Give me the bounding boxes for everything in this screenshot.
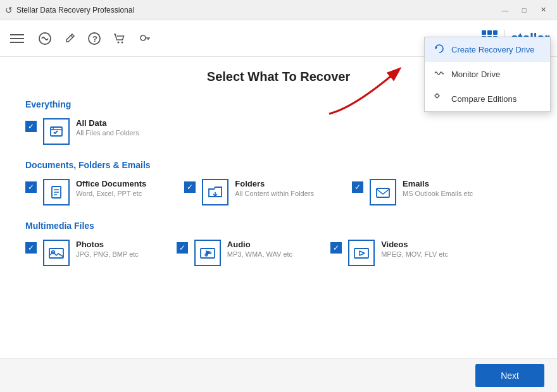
- app-title: Stellar Data Recovery Professional: [16, 6, 134, 15]
- option-office: ✓ Office Documents Word, Excel, PPT etc: [25, 179, 146, 205]
- option-folders: ✓ Folders All Content within Folders: [184, 179, 314, 205]
- minimize-button[interactable]: —: [496, 3, 514, 18]
- footer: Next: [0, 358, 557, 392]
- option-audio-label: Audio: [227, 240, 292, 249]
- dropdown-item-recovery-drive[interactable]: Create Recovery Drive: [425, 37, 550, 62]
- option-folders-label: Folders: [235, 179, 314, 188]
- option-photos-text: Photos JPG, PNG, BMP etc: [76, 240, 139, 258]
- checkbox-folders[interactable]: ✓: [184, 181, 196, 193]
- option-folders-text: Folders All Content within Folders: [235, 179, 314, 197]
- checkbox-office-box[interactable]: ✓: [25, 181, 37, 193]
- checkbox-office[interactable]: ✓: [25, 181, 37, 193]
- option-office-sublabel: Word, Excel, PPT etc: [76, 190, 146, 197]
- title-bar: ↺ Stellar Data Recovery Professional — □…: [0, 0, 557, 20]
- icon-videos: [348, 240, 375, 266]
- option-audio-text: Audio MP3, WMA, WAV etc: [227, 240, 292, 258]
- icon-emails: [370, 179, 396, 205]
- checkbox-audio[interactable]: ✓: [177, 242, 188, 254]
- checkbox-videos[interactable]: ✓: [330, 242, 342, 254]
- option-office-label: Office Documents: [76, 179, 146, 188]
- section-documents-title: Documents, Folders & Emails: [25, 160, 532, 170]
- app-icon: ↺: [5, 5, 13, 15]
- cart-icon[interactable]: [113, 32, 127, 46]
- option-videos-sublabel: MPEG, MOV, FLV etc: [381, 250, 448, 258]
- option-emails: ✓ Emails MS Outlook Emails etc: [352, 179, 473, 205]
- checkbox-photos[interactable]: ✓: [25, 242, 37, 254]
- section-documents-items: ✓ Office Documents Word, Excel, PPT etc: [25, 179, 532, 205]
- option-videos-label: Videos: [381, 240, 448, 249]
- option-emails-text: Emails MS Outlook Emails etc: [403, 179, 473, 197]
- icon-office: [43, 179, 70, 205]
- section-multimedia: Multimedia Files ✓ Photos JPG, PNG, BMP …: [25, 221, 532, 266]
- svg-text:?: ?: [92, 34, 97, 44]
- dropdown-menu: Create Recovery Drive Monitor Drive Comp…: [424, 37, 551, 112]
- dropdown-item-monitor-drive[interactable]: Monitor Drive: [425, 62, 550, 87]
- option-audio-sublabel: MP3, WMA, WAV etc: [227, 250, 292, 258]
- option-audio: ✓ Audio MP3, WMA, WAV etc: [177, 240, 292, 266]
- option-photos-sublabel: JPG, PNG, BMP etc: [76, 250, 139, 258]
- section-multimedia-title: Multimedia Files: [25, 221, 532, 231]
- dropdown-item-compare-editions[interactable]: Compare Editions: [425, 87, 550, 111]
- section-multimedia-items: ✓ Photos JPG, PNG, BMP etc ✓: [25, 240, 532, 266]
- svg-point-6: [141, 35, 146, 40]
- option-folders-sublabel: All Content within Folders: [235, 190, 314, 197]
- icon-photos: [43, 240, 70, 266]
- checkbox-all-data-box[interactable]: ✓: [25, 121, 37, 132]
- monitor-icon[interactable]: [38, 32, 52, 46]
- option-all-data: ✓ All Data All Files and Folders: [25, 118, 139, 145]
- icon-folders: [202, 179, 228, 205]
- dropdown-item-compare-editions-label: Compare Editions: [451, 94, 516, 104]
- dropdown-item-recovery-drive-label: Create Recovery Drive: [451, 45, 535, 54]
- title-bar-left: ↺ Stellar Data Recovery Professional: [5, 5, 134, 15]
- title-bar-controls: — □ ✕: [496, 3, 552, 18]
- svg-point-4: [118, 41, 120, 43]
- maximize-button[interactable]: □: [515, 3, 533, 18]
- hamburger-icon[interactable]: [8, 32, 27, 46]
- svg-rect-14: [377, 188, 389, 197]
- checkbox-photos-box[interactable]: ✓: [25, 242, 37, 254]
- checkbox-emails-box[interactable]: ✓: [352, 181, 363, 193]
- svg-line-1: [71, 35, 73, 37]
- checkbox-folders-box[interactable]: ✓: [184, 181, 196, 193]
- compare-editions-icon: [434, 93, 445, 105]
- checkbox-emails[interactable]: ✓: [352, 181, 363, 193]
- svg-marker-22: [360, 251, 365, 255]
- svg-rect-24: [435, 94, 439, 98]
- svg-point-5: [122, 41, 123, 43]
- option-all-data-sublabel: All Files and Folders: [76, 129, 139, 137]
- next-button[interactable]: Next: [475, 364, 544, 387]
- checkbox-audio-box[interactable]: ✓: [177, 242, 188, 254]
- help-icon[interactable]: ?: [87, 32, 101, 46]
- option-emails-label: Emails: [403, 179, 473, 188]
- dropdown-item-monitor-drive-label: Monitor Drive: [451, 70, 500, 79]
- toolbar-left: ?: [8, 32, 152, 46]
- edit-icon[interactable]: [63, 32, 76, 45]
- icon-audio: [194, 240, 221, 266]
- section-everything-items: ✓ All Data All Files and Folders: [25, 118, 532, 145]
- checkbox-all-data[interactable]: ✓: [25, 121, 37, 132]
- option-photos: ✓ Photos JPG, PNG, BMP etc: [25, 240, 139, 266]
- option-all-data-label: All Data: [76, 118, 139, 128]
- option-photos-label: Photos: [76, 240, 139, 249]
- close-button[interactable]: ✕: [534, 3, 552, 18]
- option-videos: ✓ Videos MPEG, MOV, FLV etc: [330, 240, 448, 266]
- checkbox-videos-box[interactable]: ✓: [330, 242, 342, 254]
- option-emails-sublabel: MS Outlook Emails etc: [403, 190, 473, 197]
- option-videos-text: Videos MPEG, MOV, FLV etc: [381, 240, 448, 258]
- section-documents: Documents, Folders & Emails ✓ Office Doc…: [25, 160, 532, 205]
- key-icon[interactable]: [138, 32, 152, 46]
- option-all-data-text: All Data All Files and Folders: [76, 118, 139, 137]
- recovery-drive-icon: [434, 44, 445, 56]
- icon-all-data: [43, 118, 70, 145]
- option-office-text: Office Documents Word, Excel, PPT etc: [76, 179, 146, 197]
- monitor-drive-icon: [434, 68, 445, 80]
- svg-rect-21: [354, 248, 368, 258]
